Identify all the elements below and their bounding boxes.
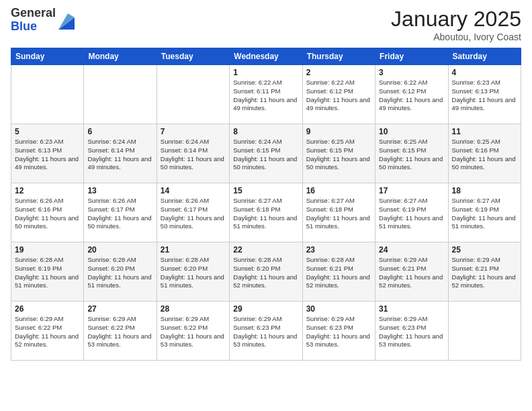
day-info: Sunrise: 6:24 AM Sunset: 6:14 PM Dayligh… bbox=[87, 138, 152, 172]
day-info: Sunrise: 6:22 AM Sunset: 6:12 PM Dayligh… bbox=[379, 79, 444, 113]
week-row-2: 5Sunrise: 6:23 AM Sunset: 6:13 PM Daylig… bbox=[11, 124, 521, 183]
calendar-table: Sunday Monday Tuesday Wednesday Thursday… bbox=[11, 48, 521, 361]
day-number: 3 bbox=[379, 68, 444, 77]
day-number: 14 bbox=[161, 186, 226, 195]
calendar-cell: 30Sunrise: 6:29 AM Sunset: 6:23 PM Dayli… bbox=[302, 302, 375, 361]
header-sunday: Sunday bbox=[11, 48, 84, 65]
day-info: Sunrise: 6:29 AM Sunset: 6:22 PM Dayligh… bbox=[15, 315, 80, 349]
day-info: Sunrise: 6:29 AM Sunset: 6:22 PM Dayligh… bbox=[161, 315, 226, 349]
day-number: 20 bbox=[87, 245, 152, 255]
day-number: 19 bbox=[15, 245, 80, 255]
logo: General Blue bbox=[11, 7, 75, 34]
calendar-cell: 9Sunrise: 6:25 AM Sunset: 6:15 PM Daylig… bbox=[302, 124, 375, 183]
title-block: January 2025 Aboutou, Ivory Coast bbox=[391, 7, 521, 42]
day-number: 9 bbox=[306, 127, 371, 136]
day-number: 11 bbox=[452, 127, 517, 136]
day-number: 16 bbox=[306, 186, 371, 195]
day-number: 28 bbox=[161, 304, 226, 314]
calendar-cell: 19Sunrise: 6:28 AM Sunset: 6:19 PM Dayli… bbox=[11, 242, 84, 302]
calendar-cell: 27Sunrise: 6:29 AM Sunset: 6:22 PM Dayli… bbox=[84, 302, 157, 361]
calendar-cell: 17Sunrise: 6:27 AM Sunset: 6:19 PM Dayli… bbox=[375, 183, 448, 242]
day-number: 10 bbox=[379, 127, 444, 136]
calendar-cell bbox=[84, 65, 157, 124]
calendar-cell: 21Sunrise: 6:28 AM Sunset: 6:20 PM Dayli… bbox=[157, 242, 229, 302]
day-info: Sunrise: 6:29 AM Sunset: 6:22 PM Dayligh… bbox=[87, 315, 152, 349]
day-info: Sunrise: 6:23 AM Sunset: 6:13 PM Dayligh… bbox=[452, 79, 517, 113]
day-info: Sunrise: 6:27 AM Sunset: 6:19 PM Dayligh… bbox=[379, 197, 444, 231]
calendar-cell: 14Sunrise: 6:26 AM Sunset: 6:17 PM Dayli… bbox=[157, 183, 229, 242]
calendar-cell: 16Sunrise: 6:27 AM Sunset: 6:18 PM Dayli… bbox=[302, 183, 375, 242]
calendar-cell: 10Sunrise: 6:25 AM Sunset: 6:15 PM Dayli… bbox=[375, 124, 448, 183]
header-thursday: Thursday bbox=[302, 48, 375, 65]
calendar-cell: 24Sunrise: 6:29 AM Sunset: 6:21 PM Dayli… bbox=[375, 242, 448, 302]
day-info: Sunrise: 6:29 AM Sunset: 6:23 PM Dayligh… bbox=[379, 315, 444, 349]
day-info: Sunrise: 6:29 AM Sunset: 6:21 PM Dayligh… bbox=[379, 256, 444, 290]
calendar-cell: 7Sunrise: 6:24 AM Sunset: 6:14 PM Daylig… bbox=[157, 124, 229, 183]
day-info: Sunrise: 6:29 AM Sunset: 6:23 PM Dayligh… bbox=[306, 315, 371, 349]
calendar-cell: 18Sunrise: 6:27 AM Sunset: 6:19 PM Dayli… bbox=[448, 183, 521, 242]
calendar-cell: 20Sunrise: 6:28 AM Sunset: 6:20 PM Dayli… bbox=[84, 242, 157, 302]
calendar-cell: 28Sunrise: 6:29 AM Sunset: 6:22 PM Dayli… bbox=[157, 302, 229, 361]
calendar-cell: 12Sunrise: 6:26 AM Sunset: 6:16 PM Dayli… bbox=[11, 183, 84, 242]
day-info: Sunrise: 6:27 AM Sunset: 6:19 PM Dayligh… bbox=[452, 197, 517, 231]
day-info: Sunrise: 6:27 AM Sunset: 6:18 PM Dayligh… bbox=[233, 197, 298, 231]
header-saturday: Saturday bbox=[448, 48, 521, 65]
header-wednesday: Wednesday bbox=[230, 48, 302, 65]
calendar-cell: 1Sunrise: 6:22 AM Sunset: 6:11 PM Daylig… bbox=[230, 65, 302, 124]
calendar-cell: 15Sunrise: 6:27 AM Sunset: 6:18 PM Dayli… bbox=[230, 183, 302, 242]
day-number: 21 bbox=[161, 245, 226, 255]
week-row-5: 26Sunrise: 6:29 AM Sunset: 6:22 PM Dayli… bbox=[11, 302, 521, 361]
day-number: 30 bbox=[306, 304, 371, 314]
day-info: Sunrise: 6:28 AM Sunset: 6:20 PM Dayligh… bbox=[233, 256, 298, 290]
day-number: 23 bbox=[306, 245, 371, 255]
day-info: Sunrise: 6:28 AM Sunset: 6:20 PM Dayligh… bbox=[87, 256, 152, 290]
day-info: Sunrise: 6:24 AM Sunset: 6:15 PM Dayligh… bbox=[233, 138, 298, 172]
day-info: Sunrise: 6:25 AM Sunset: 6:16 PM Dayligh… bbox=[452, 138, 517, 172]
day-info: Sunrise: 6:25 AM Sunset: 6:15 PM Dayligh… bbox=[306, 138, 371, 172]
calendar-cell: 5Sunrise: 6:23 AM Sunset: 6:13 PM Daylig… bbox=[11, 124, 84, 183]
month-title: January 2025 bbox=[391, 7, 521, 32]
calendar-cell: 25Sunrise: 6:29 AM Sunset: 6:21 PM Dayli… bbox=[448, 242, 521, 302]
logo-icon bbox=[58, 11, 75, 30]
calendar-cell: 29Sunrise: 6:29 AM Sunset: 6:23 PM Dayli… bbox=[230, 302, 302, 361]
day-info: Sunrise: 6:26 AM Sunset: 6:16 PM Dayligh… bbox=[15, 197, 80, 231]
calendar-cell: 3Sunrise: 6:22 AM Sunset: 6:12 PM Daylig… bbox=[375, 65, 448, 124]
day-info: Sunrise: 6:22 AM Sunset: 6:11 PM Dayligh… bbox=[233, 79, 298, 113]
day-number: 25 bbox=[452, 245, 517, 255]
day-number: 18 bbox=[452, 186, 517, 195]
day-number: 2 bbox=[306, 68, 371, 77]
calendar-cell: 22Sunrise: 6:28 AM Sunset: 6:20 PM Dayli… bbox=[230, 242, 302, 302]
day-number: 22 bbox=[233, 245, 298, 255]
day-number: 24 bbox=[379, 245, 444, 255]
page: General Blue January 2025 Aboutou, Ivory… bbox=[0, 0, 532, 411]
day-number: 4 bbox=[452, 68, 517, 77]
calendar-cell: 6Sunrise: 6:24 AM Sunset: 6:14 PM Daylig… bbox=[84, 124, 157, 183]
day-info: Sunrise: 6:29 AM Sunset: 6:21 PM Dayligh… bbox=[452, 256, 517, 290]
day-info: Sunrise: 6:22 AM Sunset: 6:12 PM Dayligh… bbox=[306, 79, 371, 113]
day-number: 12 bbox=[15, 186, 80, 195]
calendar-cell: 8Sunrise: 6:24 AM Sunset: 6:15 PM Daylig… bbox=[230, 124, 302, 183]
day-number: 26 bbox=[15, 304, 80, 314]
day-number: 31 bbox=[379, 304, 444, 314]
week-row-4: 19Sunrise: 6:28 AM Sunset: 6:19 PM Dayli… bbox=[11, 242, 521, 302]
day-number: 5 bbox=[15, 127, 80, 136]
day-number: 29 bbox=[233, 304, 298, 314]
header-tuesday: Tuesday bbox=[157, 48, 229, 65]
day-number: 6 bbox=[87, 127, 152, 136]
logo-blue: Blue bbox=[11, 20, 56, 34]
week-row-3: 12Sunrise: 6:26 AM Sunset: 6:16 PM Dayli… bbox=[11, 183, 521, 242]
day-info: Sunrise: 6:23 AM Sunset: 6:13 PM Dayligh… bbox=[15, 138, 80, 172]
day-number: 17 bbox=[379, 186, 444, 195]
calendar-cell: 23Sunrise: 6:28 AM Sunset: 6:21 PM Dayli… bbox=[302, 242, 375, 302]
header: General Blue January 2025 Aboutou, Ivory… bbox=[11, 7, 521, 42]
day-number: 15 bbox=[233, 186, 298, 195]
week-row-1: 1Sunrise: 6:22 AM Sunset: 6:11 PM Daylig… bbox=[11, 65, 521, 124]
calendar-cell: 2Sunrise: 6:22 AM Sunset: 6:12 PM Daylig… bbox=[302, 65, 375, 124]
day-number: 27 bbox=[87, 304, 152, 314]
day-info: Sunrise: 6:28 AM Sunset: 6:20 PM Dayligh… bbox=[161, 256, 226, 290]
day-info: Sunrise: 6:28 AM Sunset: 6:21 PM Dayligh… bbox=[306, 256, 371, 290]
calendar-cell bbox=[11, 65, 84, 124]
calendar-cell: 26Sunrise: 6:29 AM Sunset: 6:22 PM Dayli… bbox=[11, 302, 84, 361]
day-info: Sunrise: 6:27 AM Sunset: 6:18 PM Dayligh… bbox=[306, 197, 371, 231]
calendar-cell bbox=[448, 302, 521, 361]
